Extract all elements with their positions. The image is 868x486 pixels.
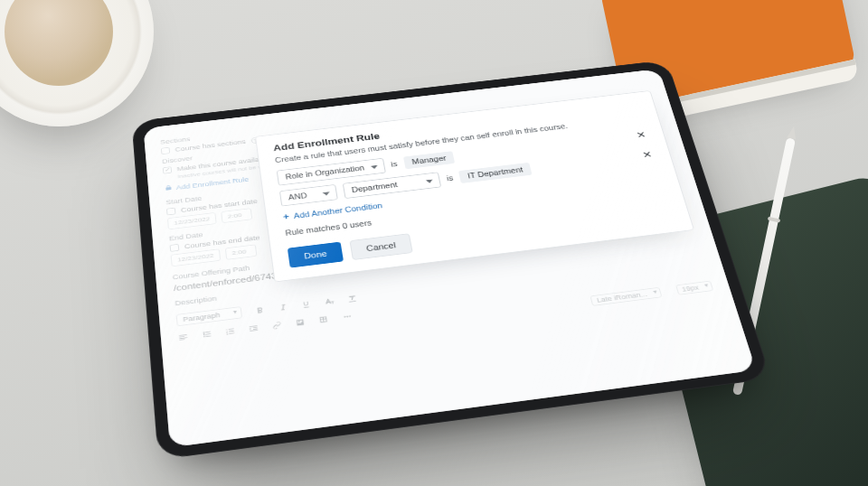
joiner-select[interactable]: AND — [279, 184, 338, 206]
start-date-checkbox[interactable] — [166, 208, 176, 216]
end-time-input[interactable]: 2:00 — [225, 244, 258, 259]
cancel-button[interactable]: Cancel — [350, 233, 413, 260]
lock-icon — [165, 184, 174, 192]
end-date-checkbox[interactable] — [170, 244, 180, 252]
condition2-operator: is — [446, 174, 454, 182]
condition2-remove-button[interactable]: ✕ — [638, 149, 656, 161]
image-icon[interactable] — [295, 318, 307, 327]
add-condition-label: Add Another Condition — [293, 201, 382, 220]
end-date-input[interactable]: 12/23/2022 — [171, 248, 222, 266]
bold-icon[interactable] — [254, 305, 265, 314]
discover-checkbox[interactable] — [163, 166, 172, 173]
plus-icon: + — [282, 212, 289, 221]
done-button[interactable]: Done — [288, 242, 344, 268]
coffee-cup — [0, 0, 154, 126]
clear-format-icon[interactable] — [346, 294, 358, 303]
indent-icon[interactable] — [248, 323, 259, 333]
condition1-value-chip[interactable]: Manager — [403, 151, 456, 169]
condition1-operator: is — [391, 160, 398, 168]
more-icon[interactable] — [341, 312, 353, 321]
condition1-remove-button[interactable]: ✕ — [633, 129, 649, 141]
italic-icon[interactable] — [278, 303, 288, 312]
start-time-input[interactable]: 2:00 — [221, 208, 252, 223]
sections-checkbox[interactable] — [161, 147, 170, 154]
tablet-frame: Sections Course has sections ? Discover … — [131, 60, 771, 460]
list-number-icon[interactable] — [224, 327, 235, 337]
condition2-value-chip[interactable]: IT Department — [458, 163, 532, 183]
font-size-select[interactable]: 19px — [675, 281, 714, 295]
align-left-icon[interactable] — [178, 332, 189, 342]
font-size-icon[interactable] — [324, 296, 335, 305]
font-family-select[interactable]: Late iRoman... — [590, 287, 662, 306]
format-select[interactable]: Paragraph — [176, 306, 243, 326]
table-icon[interactable] — [317, 315, 329, 324]
list-bullet-icon[interactable] — [201, 330, 212, 340]
underline-icon[interactable] — [300, 300, 312, 309]
start-date-input[interactable]: 12/23/2022 — [167, 212, 217, 229]
link-icon[interactable] — [271, 321, 283, 331]
